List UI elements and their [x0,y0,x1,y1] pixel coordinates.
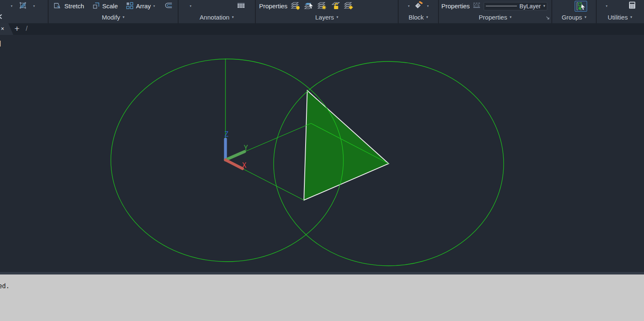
groups-panel-title[interactable]: Groups ▾ [552,12,596,22]
linetype-list-icon[interactable] [473,2,481,10]
chevron-down-icon: ▾ [543,4,545,8]
tab-close-icon[interactable]: × [1,25,4,32]
layers-panel-label: Layers [315,14,334,21]
fillet-icon [164,2,173,10]
stretch-label: Stretch [64,2,84,10]
block-panel-label: Block [409,14,424,21]
panel-annotation: ▾ Annotation ▾ [179,0,256,23]
stretch-button[interactable]: Stretch [54,2,84,10]
ucs-x-axis [225,160,242,169]
command-text-window[interactable]: ed. [0,274,644,321]
utilities-panel-title[interactable]: Utilities ▾ [597,12,643,22]
chevron-down-icon: ▾ [232,15,234,19]
chevron-down-icon: ▾ [630,15,632,19]
tab-separator: / [26,25,27,32]
match-properties-button[interactable]: Properties [441,2,470,10]
layer-off-icon[interactable] [291,1,301,12]
layer-freeze-icon[interactable] [317,1,327,12]
chevron-down-icon: ▾ [122,15,125,19]
fillet-button[interactable] [164,2,173,10]
linetype-value: ByLayer [519,3,541,10]
model-space[interactable]: XYZ [0,35,644,272]
layer-isolate-icon[interactable] [304,1,314,12]
chevron-down-icon[interactable]: ▾ [11,5,12,8]
layer-properties-button[interactable]: Properties [259,2,287,10]
group-selection-icon [575,1,586,11]
properties-header-label: Properties [441,2,470,10]
stretch-icon [54,2,62,10]
properties-panel-label: Properties [479,14,507,21]
panel-modify: Stretch Scale [49,0,179,23]
modify-panel-title[interactable]: Modify ▾ [49,12,178,22]
viewport-controls-fragment[interactable]: ] [0,39,1,47]
chevron-down-icon[interactable]: ▾ [606,5,607,8]
panel-utilities: ▾ Utilities ▾ [597,0,643,23]
array-button[interactable]: Array ▾ [126,2,155,10]
ribbon: ▾ ▾ [0,0,644,23]
group-selection-toggle[interactable] [575,1,587,12]
chevron-down-icon[interactable]: ▾ [33,5,35,8]
ucs-y-label: Y [244,144,248,152]
scale-icon [93,2,100,10]
edit-attribute-icon[interactable] [414,1,424,11]
panel-block: ▾ ▾ Block ▾ [399,0,439,23]
ucs-x-label: X [242,161,247,169]
layers-panel-title[interactable]: Layers ▾ [256,12,398,22]
modify-panel-label: Modify [102,14,120,21]
chevron-down-icon: ▾ [585,15,587,19]
annotation-panel-title[interactable]: Annotation ▾ [179,12,255,22]
command-history-text: ed. [0,282,10,290]
linetype-sample-line [486,6,517,6]
annotation-panel-label: Annotation [200,14,230,21]
panel-properties: Properties ByLayer ▾ [439,0,552,23]
autocad-window: ▾ ▾ [0,0,644,321]
chevron-down-icon[interactable]: ▾ [427,5,429,8]
panel-groups: Groups ▾ [552,0,597,23]
chevron-down-icon: ▾ [426,15,429,19]
layer-delete-icon[interactable] [344,1,354,12]
scale-label: Scale [102,2,118,10]
calculator-icon[interactable] [629,1,636,11]
layer-properties-label: Properties [259,2,287,10]
chevron-down-icon: ▾ [336,15,338,19]
chevron-down-icon[interactable]: ▾ [190,5,191,8]
array-icon [126,2,133,10]
utilities-panel-label: Utilities [608,14,628,21]
layer-lock-icon[interactable] [331,1,340,12]
hatch-icon[interactable] [19,2,27,11]
linetype-select[interactable]: ByLayer ▾ [484,2,547,10]
block-panel-title[interactable]: Block ▾ [399,12,438,22]
properties-dialog-launcher-icon[interactable] [546,15,550,22]
array-label: Array [136,2,151,10]
chevron-down-icon[interactable]: ▾ [408,5,409,8]
panel-draw-clipped: ▾ ▾ [0,0,49,23]
chevron-down-icon: ▾ [153,5,155,8]
chevron-down-icon: ▾ [509,15,512,19]
table-icon[interactable] [237,2,245,10]
file-tab-bar: × + / [0,23,644,35]
clipped-panel-arrow-icon [0,14,2,21]
solid-triangle-entity[interactable] [304,91,389,200]
ucs-z-label: Z [224,130,228,138]
properties-panel-title[interactable]: Properties ▾ [439,12,551,22]
ucs-y-axis [225,152,245,160]
drawing-canvas[interactable]: XYZ ] [0,35,644,272]
groups-panel-label: Groups [562,14,582,21]
panel-layers: Properties [256,0,399,23]
new-tab-button[interactable]: + [12,24,22,34]
scale-button[interactable]: Scale [93,2,118,10]
